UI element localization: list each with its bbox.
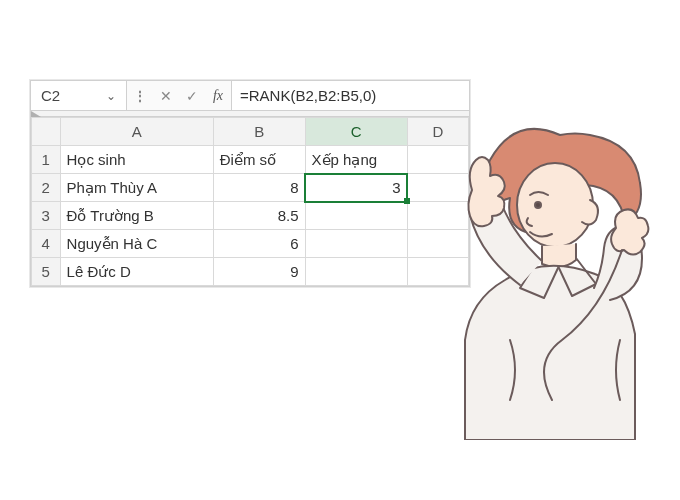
table-row: 5 Lê Đức D 9 [32,258,469,286]
cell-B1[interactable]: Điểm số [213,146,305,174]
accept-icon[interactable]: ✓ [179,81,205,110]
cell-A1[interactable]: Học sinh [60,146,213,174]
column-header-row: A B C D [32,118,469,146]
fx-icon[interactable]: fx [205,81,231,110]
kebab-icon[interactable]: ⋮ [127,81,153,110]
row-header-4[interactable]: 4 [32,230,61,258]
svg-point-1 [535,202,541,208]
person-illustration [410,100,670,440]
formula-bar: C2 ⌄ ⋮ ✕ ✓ fx =RANK(B2,B2:B5,0) [31,81,469,111]
select-all-corner[interactable] [32,118,61,146]
cell-C5[interactable] [305,258,407,286]
col-header-A[interactable]: A [60,118,213,146]
col-header-B[interactable]: B [213,118,305,146]
active-cell-ref: C2 [41,87,60,104]
cell-C4[interactable] [305,230,407,258]
cell-A4[interactable]: Nguyễn Hà C [60,230,213,258]
cell-A3[interactable]: Đỗ Trường B [60,202,213,230]
cancel-icon[interactable]: ✕ [153,81,179,110]
row-header-5[interactable]: 5 [32,258,61,286]
cell-B2[interactable]: 8 [213,174,305,202]
row-header-3[interactable]: 3 [32,202,61,230]
chevron-down-icon[interactable]: ⌄ [106,89,116,103]
svg-point-0 [517,163,593,247]
col-header-C[interactable]: C [305,118,407,146]
row-header-1[interactable]: 1 [32,146,61,174]
table-row: 3 Đỗ Trường B 8.5 [32,202,469,230]
name-box[interactable]: C2 ⌄ [31,81,127,110]
cell-B4[interactable]: 6 [213,230,305,258]
cell-C1[interactable]: Xếp hạng [305,146,407,174]
table-row: 1 Học sinh Điểm số Xếp hạng [32,146,469,174]
cell-A2[interactable]: Phạm Thùy A [60,174,213,202]
cell-C3[interactable] [305,202,407,230]
cell-A5[interactable]: Lê Đức D [60,258,213,286]
row-header-2[interactable]: 2 [32,174,61,202]
table-row: 4 Nguyễn Hà C 6 [32,230,469,258]
spreadsheet-window: C2 ⌄ ⋮ ✕ ✓ fx =RANK(B2,B2:B5,0) A B C D … [30,80,470,287]
spreadsheet-grid[interactable]: A B C D 1 Học sinh Điểm số Xếp hạng 2 Ph… [31,117,469,286]
cell-B3[interactable]: 8.5 [213,202,305,230]
cell-C2[interactable]: 3 [305,174,407,202]
table-row: 2 Phạm Thùy A 8 3 [32,174,469,202]
cell-B5[interactable]: 9 [213,258,305,286]
